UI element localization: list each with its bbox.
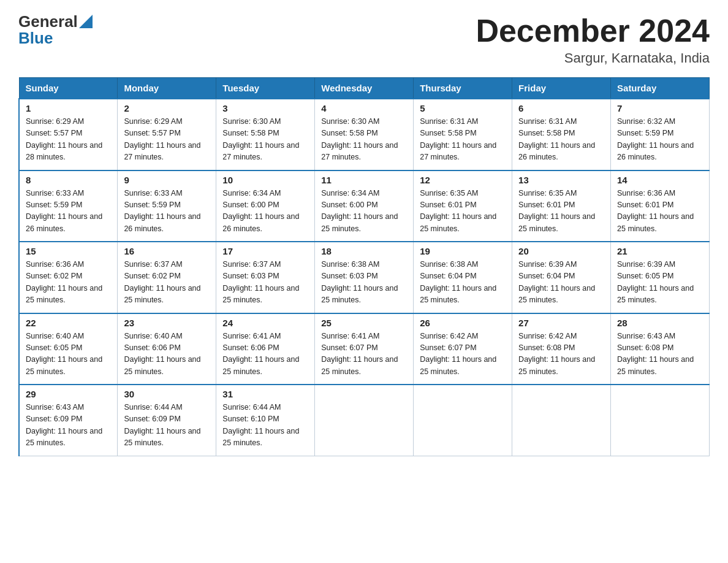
calendar-cell: 15 Sunrise: 6:36 AMSunset: 6:02 PMDaylig… xyxy=(19,242,118,313)
calendar-cell: 6 Sunrise: 6:31 AMSunset: 5:58 PMDayligh… xyxy=(512,99,611,170)
day-number: 6 xyxy=(518,103,604,113)
day-number: 27 xyxy=(518,318,604,328)
calendar-cell xyxy=(414,385,512,456)
calendar-cell: 7 Sunrise: 6:32 AMSunset: 5:59 PMDayligh… xyxy=(611,99,710,170)
day-info: Sunrise: 6:30 AMSunset: 5:58 PMDaylight:… xyxy=(321,116,407,164)
day-info: Sunrise: 6:42 AMSunset: 6:08 PMDaylight:… xyxy=(518,331,604,378)
day-number: 21 xyxy=(617,246,703,256)
svg-marker-0 xyxy=(79,15,93,28)
day-info: Sunrise: 6:35 AMSunset: 6:01 PMDaylight:… xyxy=(518,188,604,236)
day-number: 26 xyxy=(420,318,506,328)
day-number: 30 xyxy=(124,389,210,399)
logo-blue: Blue xyxy=(18,29,53,48)
calendar-cell: 10 Sunrise: 6:34 AMSunset: 6:00 PMDaylig… xyxy=(216,170,315,242)
day-info: Sunrise: 6:34 AMSunset: 6:00 PMDaylight:… xyxy=(222,188,308,236)
day-number: 11 xyxy=(321,175,407,185)
day-info: Sunrise: 6:43 AMSunset: 6:08 PMDaylight:… xyxy=(617,331,703,378)
calendar-cell xyxy=(611,385,710,456)
day-info: Sunrise: 6:37 AMSunset: 6:03 PMDaylight:… xyxy=(222,259,308,307)
calendar-cell: 25 Sunrise: 6:41 AMSunset: 6:07 PMDaylig… xyxy=(315,313,414,385)
week-row-2: 8 Sunrise: 6:33 AMSunset: 5:59 PMDayligh… xyxy=(19,170,710,242)
day-info: Sunrise: 6:41 AMSunset: 6:07 PMDaylight:… xyxy=(321,331,407,378)
col-sunday: Sunday xyxy=(19,78,118,99)
day-info: Sunrise: 6:31 AMSunset: 5:58 PMDaylight:… xyxy=(518,116,604,164)
day-info: Sunrise: 6:29 AMSunset: 5:57 PMDaylight:… xyxy=(124,116,210,164)
calendar-cell: 19 Sunrise: 6:38 AMSunset: 6:04 PMDaylig… xyxy=(414,242,512,313)
calendar-cell: 23 Sunrise: 6:40 AMSunset: 6:06 PMDaylig… xyxy=(118,313,216,385)
calendar-cell: 17 Sunrise: 6:37 AMSunset: 6:03 PMDaylig… xyxy=(216,242,315,313)
day-number: 14 xyxy=(617,175,703,185)
calendar-cell: 1 Sunrise: 6:29 AMSunset: 5:57 PMDayligh… xyxy=(19,99,118,170)
calendar-cell: 22 Sunrise: 6:40 AMSunset: 6:05 PMDaylig… xyxy=(19,313,118,385)
day-number: 28 xyxy=(617,318,703,328)
day-number: 13 xyxy=(518,175,604,185)
col-thursday: Thursday xyxy=(414,78,512,99)
logo: General Blue xyxy=(18,12,93,48)
col-monday: Monday xyxy=(118,78,216,99)
day-info: Sunrise: 6:29 AMSunset: 5:57 PMDaylight:… xyxy=(26,116,111,164)
calendar-cell: 18 Sunrise: 6:38 AMSunset: 6:03 PMDaylig… xyxy=(315,242,414,313)
day-info: Sunrise: 6:32 AMSunset: 5:59 PMDaylight:… xyxy=(617,116,703,164)
calendar-cell: 5 Sunrise: 6:31 AMSunset: 5:58 PMDayligh… xyxy=(414,99,512,170)
calendar-cell: 9 Sunrise: 6:33 AMSunset: 5:59 PMDayligh… xyxy=(118,170,216,242)
day-info: Sunrise: 6:40 AMSunset: 6:05 PMDaylight:… xyxy=(26,331,111,378)
calendar-cell: 4 Sunrise: 6:30 AMSunset: 5:58 PMDayligh… xyxy=(315,99,414,170)
day-number: 1 xyxy=(26,103,111,113)
calendar-cell: 27 Sunrise: 6:42 AMSunset: 6:08 PMDaylig… xyxy=(512,313,611,385)
calendar-cell: 3 Sunrise: 6:30 AMSunset: 5:58 PMDayligh… xyxy=(216,99,315,170)
day-info: Sunrise: 6:33 AMSunset: 5:59 PMDaylight:… xyxy=(124,188,210,236)
day-number: 22 xyxy=(26,318,111,328)
calendar-cell: 2 Sunrise: 6:29 AMSunset: 5:57 PMDayligh… xyxy=(118,99,216,170)
calendar-cell: 8 Sunrise: 6:33 AMSunset: 5:59 PMDayligh… xyxy=(19,170,118,242)
day-number: 23 xyxy=(124,318,210,328)
day-info: Sunrise: 6:38 AMSunset: 6:04 PMDaylight:… xyxy=(420,259,506,307)
month-title: December 2024 xyxy=(476,12,710,49)
day-number: 8 xyxy=(26,175,111,185)
day-info: Sunrise: 6:42 AMSunset: 6:07 PMDaylight:… xyxy=(420,331,506,378)
calendar-cell: 11 Sunrise: 6:34 AMSunset: 6:00 PMDaylig… xyxy=(315,170,414,242)
calendar-cell: 12 Sunrise: 6:35 AMSunset: 6:01 PMDaylig… xyxy=(414,170,512,242)
day-number: 18 xyxy=(321,246,407,256)
day-number: 17 xyxy=(222,246,308,256)
day-info: Sunrise: 6:36 AMSunset: 6:02 PMDaylight:… xyxy=(26,259,111,307)
col-saturday: Saturday xyxy=(611,78,710,99)
day-info: Sunrise: 6:41 AMSunset: 6:06 PMDaylight:… xyxy=(222,331,308,378)
day-number: 12 xyxy=(420,175,506,185)
day-info: Sunrise: 6:36 AMSunset: 6:01 PMDaylight:… xyxy=(617,188,703,236)
day-info: Sunrise: 6:38 AMSunset: 6:03 PMDaylight:… xyxy=(321,259,407,307)
calendar-cell: 20 Sunrise: 6:39 AMSunset: 6:04 PMDaylig… xyxy=(512,242,611,313)
calendar-cell xyxy=(512,385,611,456)
week-row-3: 15 Sunrise: 6:36 AMSunset: 6:02 PMDaylig… xyxy=(19,242,710,313)
day-number: 2 xyxy=(124,103,210,113)
day-number: 7 xyxy=(617,103,703,113)
day-number: 10 xyxy=(222,175,308,185)
day-info: Sunrise: 6:31 AMSunset: 5:58 PMDaylight:… xyxy=(420,116,506,164)
day-number: 16 xyxy=(124,246,210,256)
location: Sargur, Karnataka, India xyxy=(476,50,710,66)
col-tuesday: Tuesday xyxy=(216,78,315,99)
day-info: Sunrise: 6:35 AMSunset: 6:01 PMDaylight:… xyxy=(420,188,506,236)
day-info: Sunrise: 6:30 AMSunset: 5:58 PMDaylight:… xyxy=(222,116,308,164)
week-row-4: 22 Sunrise: 6:40 AMSunset: 6:05 PMDaylig… xyxy=(19,313,710,385)
day-info: Sunrise: 6:44 AMSunset: 6:10 PMDaylight:… xyxy=(222,402,308,450)
calendar-cell: 14 Sunrise: 6:36 AMSunset: 6:01 PMDaylig… xyxy=(611,170,710,242)
calendar-cell: 24 Sunrise: 6:41 AMSunset: 6:06 PMDaylig… xyxy=(216,313,315,385)
calendar-cell: 30 Sunrise: 6:44 AMSunset: 6:09 PMDaylig… xyxy=(118,385,216,456)
calendar-cell: 28 Sunrise: 6:43 AMSunset: 6:08 PMDaylig… xyxy=(611,313,710,385)
day-info: Sunrise: 6:34 AMSunset: 6:00 PMDaylight:… xyxy=(321,188,407,236)
day-info: Sunrise: 6:33 AMSunset: 5:59 PMDaylight:… xyxy=(26,188,111,236)
calendar-cell: 26 Sunrise: 6:42 AMSunset: 6:07 PMDaylig… xyxy=(414,313,512,385)
calendar-cell xyxy=(315,385,414,456)
calendar-cell: 21 Sunrise: 6:39 AMSunset: 6:05 PMDaylig… xyxy=(611,242,710,313)
calendar-cell: 29 Sunrise: 6:43 AMSunset: 6:09 PMDaylig… xyxy=(19,385,118,456)
title-block: December 2024 Sargur, Karnataka, India xyxy=(476,12,710,66)
calendar-cell: 13 Sunrise: 6:35 AMSunset: 6:01 PMDaylig… xyxy=(512,170,611,242)
day-number: 4 xyxy=(321,103,407,113)
day-number: 24 xyxy=(222,318,308,328)
day-info: Sunrise: 6:40 AMSunset: 6:06 PMDaylight:… xyxy=(124,331,210,378)
day-info: Sunrise: 6:44 AMSunset: 6:09 PMDaylight:… xyxy=(124,402,210,450)
day-info: Sunrise: 6:39 AMSunset: 6:04 PMDaylight:… xyxy=(518,259,604,307)
week-row-1: 1 Sunrise: 6:29 AMSunset: 5:57 PMDayligh… xyxy=(19,99,710,170)
day-number: 31 xyxy=(222,389,308,399)
calendar-header-row: Sunday Monday Tuesday Wednesday Thursday… xyxy=(19,78,710,99)
